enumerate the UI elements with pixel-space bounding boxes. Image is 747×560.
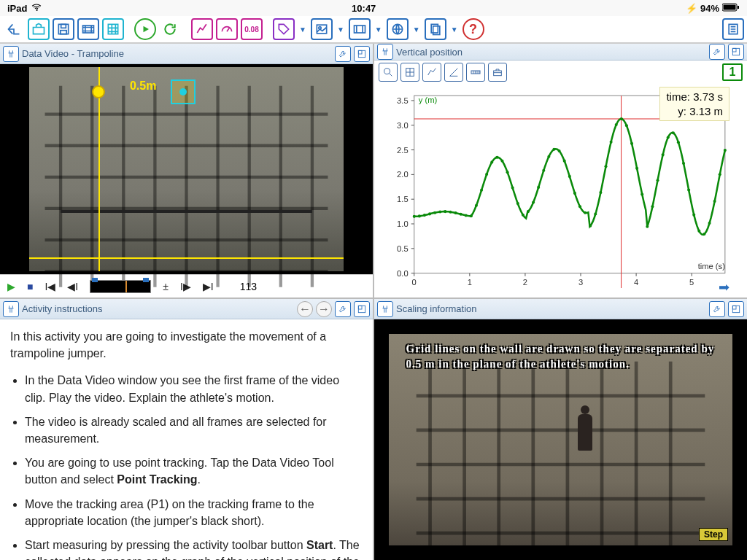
svg-point-102 [573,192,576,195]
table-icon[interactable] [102,18,124,40]
svg-text:5: 5 [689,278,694,287]
svg-point-131 [724,149,727,152]
instruction-item: Move the tracking area (P1) on the track… [25,496,363,529]
svg-rect-1 [724,4,736,9]
dropdown-icon[interactable]: ▼ [298,26,308,34]
dropdown-icon[interactable]: ▼ [374,26,384,34]
graph-tool-icon[interactable] [377,44,393,60]
svg-point-94 [532,201,535,204]
scaling-tool-icon[interactable] [377,301,393,317]
svg-point-113 [630,142,633,145]
video-icon[interactable] [349,18,371,40]
play-icon[interactable] [134,18,156,40]
svg-point-34 [384,69,390,74]
svg-point-82 [470,214,473,217]
zoom-icon[interactable] [379,63,398,82]
svg-point-71 [413,215,416,218]
scrubber[interactable] [90,280,151,293]
wrench-icon[interactable] [335,301,351,317]
video-viewport[interactable]: 0.5m [0,64,373,274]
prev-page-icon[interactable]: ← [297,301,313,317]
tag-icon[interactable] [273,18,295,40]
svg-rect-37 [494,71,502,76]
gauge-icon[interactable] [216,18,238,40]
tracking-box[interactable] [171,79,196,104]
svg-text:1: 1 [468,278,472,287]
axis-x [29,257,344,259]
svg-rect-16 [358,50,362,54]
chart-line-icon[interactable] [191,18,213,40]
svg-point-105 [589,225,592,228]
toolbox-icon[interactable] [488,63,507,82]
maximize-icon[interactable] [354,301,370,317]
svg-point-107 [599,191,602,194]
slope-icon[interactable] [444,63,463,82]
svg-point-109 [610,141,613,144]
svg-point-83 [475,204,478,207]
svg-point-92 [522,214,525,217]
svg-rect-5 [61,31,66,34]
svg-point-108 [604,165,607,168]
svg-point-124 [687,188,690,191]
reload-icon[interactable] [159,18,181,40]
svg-text:1.5: 1.5 [397,195,409,203]
maximize-icon[interactable] [728,301,744,317]
origin-marker[interactable] [92,85,105,98]
instruction-item: You are going to use point tracking. Tap… [25,454,363,488]
svg-point-122 [677,141,680,144]
svg-point-81 [465,214,468,217]
value-display-icon[interactable]: 0.08 [241,18,263,40]
open-icon[interactable] [28,18,50,40]
dropdown-icon[interactable]: ▼ [336,26,346,34]
dropdown-icon[interactable]: ▼ [411,26,422,34]
film-icon[interactable] [77,18,99,40]
next-page-icon[interactable]: → [316,301,332,317]
svg-rect-7 [108,24,117,34]
ruler-icon[interactable] [466,63,485,82]
clock: 10:47 [42,3,686,14]
next-page-icon[interactable]: ➡ [719,279,729,295]
video-tool-icon[interactable] [3,46,19,62]
panel-title: Vertical position [396,47,706,58]
trace-indicator[interactable]: 1 [722,63,743,81]
svg-text:0: 0 [412,278,417,287]
plot-area[interactable]: time: 3.73 s y: 3.13 m 0.00.51.01.52.02.… [377,87,732,297]
dropdown-icon[interactable]: ▼ [449,26,460,34]
save-icon[interactable] [53,18,74,40]
svg-point-91 [516,202,519,205]
battery-icon [722,3,740,14]
svg-point-127 [703,233,705,236]
wrench-icon[interactable] [335,46,351,62]
maximize-icon[interactable] [728,44,744,60]
wrench-icon[interactable] [709,301,725,317]
device-label: iPad [7,3,27,14]
svg-point-112 [625,124,628,127]
svg-point-73 [423,214,426,217]
instructions-body: In this activity you are going to invest… [0,319,373,560]
notes-icon[interactable] [722,18,744,40]
main-toolbar: 0.08 ▼ ▼ ▼ ▼ ▼ ? [0,16,747,44]
pages-icon[interactable] [425,18,446,40]
svg-point-129 [713,200,716,203]
play-button[interactable]: ▶ [7,281,15,292]
svg-text:2.0: 2.0 [397,170,409,179]
svg-point-128 [708,222,711,225]
svg-text:0.5: 0.5 [397,244,409,253]
svg-rect-133 [358,306,362,309]
svg-point-130 [719,173,721,176]
instruction-item: In the Data Video window you see the fir… [25,372,363,405]
scaling-viewport[interactable]: Grid lines on the wall are drawn so they… [374,319,747,560]
wrench-icon[interactable] [709,44,725,60]
back-icon[interactable] [3,18,25,40]
scan-icon[interactable] [422,63,441,82]
cursor-readout: time: 3.73 s y: 3.13 m [659,87,729,121]
globe-icon[interactable] [387,18,409,40]
grid-icon[interactable] [400,63,419,82]
instructions-tool-icon[interactable] [3,301,19,317]
wifi-icon [31,2,42,15]
maximize-icon[interactable] [354,46,370,62]
image-icon[interactable] [311,18,333,40]
svg-text:0.0: 0.0 [397,269,409,278]
svg-point-84 [480,189,483,192]
help-icon[interactable]: ? [462,18,484,40]
